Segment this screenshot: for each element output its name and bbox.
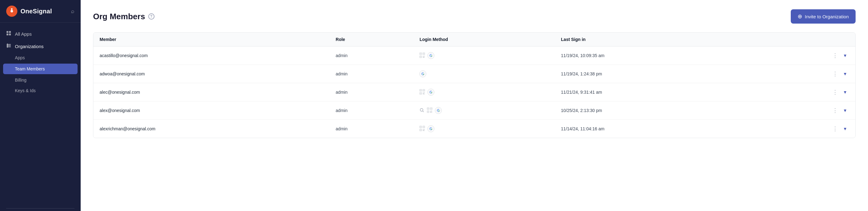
expand-button[interactable]: ▼ <box>841 88 849 96</box>
svg-point-33 <box>429 90 433 94</box>
svg-rect-29 <box>423 92 424 93</box>
col-login-method: Login Method <box>413 33 555 47</box>
svg-rect-39 <box>431 108 432 109</box>
sidebar-item-apps[interactable]: Apps <box>0 53 81 63</box>
svg-rect-6 <box>9 33 11 35</box>
table-row: adwoa@onesignal.comadmin 11/19/24, 1:24:… <box>93 65 855 83</box>
svg-rect-52 <box>420 130 421 130</box>
last-signin-cell: 10/25/24, 2:13:30 pm <box>555 101 748 120</box>
table-row: acastillo@onesignal.comadmin 11/19/24, 1… <box>93 47 855 65</box>
member-email: alexrichman@onesignal.com <box>100 126 155 131</box>
svg-rect-10 <box>7 43 8 48</box>
svg-rect-42 <box>430 111 431 111</box>
expand-button[interactable]: ▼ <box>841 107 849 114</box>
actions-cell: ⋮▼ <box>748 120 855 138</box>
svg-rect-37 <box>428 108 428 109</box>
expand-button[interactable]: ▼ <box>841 70 849 78</box>
svg-rect-56 <box>424 130 425 131</box>
more-options-button[interactable]: ⋮ <box>831 106 840 115</box>
all-apps-icon <box>6 31 11 37</box>
google-icon <box>428 52 434 59</box>
invite-button[interactable]: ⊕ Invite to Organization <box>791 9 856 24</box>
sidebar: OneSignal ⌕ All Apps <box>0 0 81 211</box>
page-title-row: Org Members ? <box>93 12 154 22</box>
member-email-cell: acastillo@onesignal.com <box>93 47 330 65</box>
plus-icon: ⊕ <box>798 13 802 20</box>
svg-rect-17 <box>423 56 424 57</box>
svg-rect-26 <box>424 90 424 91</box>
sidebar-item-billing[interactable]: Billing <box>0 75 81 85</box>
sidebar-item-label-all-apps: All Apps <box>15 31 32 37</box>
last-signin-cell: 11/14/24, 11:04:16 am <box>555 120 748 138</box>
member-email-cell: alexrichman@onesignal.com <box>93 120 330 138</box>
sidebar-item-label-keys-ids: Keys & Ids <box>15 88 36 93</box>
expand-button[interactable]: ▼ <box>841 125 849 132</box>
svg-point-2 <box>11 8 13 10</box>
password-icon <box>420 108 424 114</box>
col-last-signin: Last Sign in <box>555 33 748 47</box>
more-options-button[interactable]: ⋮ <box>831 69 840 79</box>
role-badge: admin <box>336 126 347 131</box>
member-email-cell: alec@onesignal.com <box>93 83 330 101</box>
sidebar-divider <box>6 208 74 209</box>
page-title: Org Members <box>93 12 145 22</box>
more-options-button[interactable]: ⋮ <box>831 124 840 133</box>
member-email-cell: adwoa@onesignal.com <box>93 65 330 83</box>
main-content: Org Members ? ⊕ Invite to Organization M… <box>81 0 868 211</box>
svg-rect-45 <box>432 112 432 113</box>
role-badge: admin <box>336 71 347 76</box>
svg-rect-32 <box>424 94 425 94</box>
member-email: adwoa@onesignal.com <box>100 71 145 76</box>
google-icon <box>428 89 434 96</box>
svg-point-1 <box>10 10 13 12</box>
google-icon <box>420 70 426 77</box>
members-table: Member Role Login Method Last Sign in ac… <box>93 33 855 138</box>
role-badge: admin <box>336 90 347 95</box>
svg-rect-24 <box>420 90 421 91</box>
actions-cell: ⋮▼ <box>748 65 855 83</box>
role-cell: admin <box>330 65 413 83</box>
sidebar-item-all-apps[interactable]: All Apps <box>0 28 81 40</box>
sidebar-item-team-members[interactable]: Team Members <box>3 64 78 74</box>
sub-nav: Apps Team Members Billing Keys & Ids <box>0 53 81 96</box>
member-email: alec@onesignal.com <box>100 90 140 95</box>
more-options-button[interactable]: ⋮ <box>831 88 840 97</box>
sidebar-item-label-billing: Billing <box>15 78 26 83</box>
search-icon[interactable]: ⌕ <box>71 8 74 14</box>
last-signin-value: 11/19/24, 10:09:35 am <box>561 53 604 58</box>
svg-rect-53 <box>423 129 424 130</box>
sidebar-item-keys-ids[interactable]: Keys & Ids <box>0 85 81 96</box>
svg-rect-54 <box>424 129 425 130</box>
last-signin-value: 10/25/24, 2:13:30 pm <box>561 108 602 113</box>
table-header-row: Member Role Login Method Last Sign in <box>93 33 855 47</box>
svg-rect-18 <box>424 56 425 57</box>
svg-rect-4 <box>9 31 11 33</box>
organizations-icon <box>6 43 11 49</box>
svg-rect-55 <box>423 130 424 131</box>
col-member: Member <box>93 33 330 47</box>
col-role: Role <box>330 33 413 47</box>
role-cell: admin <box>330 83 413 101</box>
expand-button[interactable]: ▼ <box>841 52 849 59</box>
sidebar-header: OneSignal ⌕ <box>0 0 81 23</box>
table-row: alex@onesignal.comadmin 10/25/24, 2:13:3… <box>93 101 855 120</box>
actions-cell: ⋮▼ <box>748 47 855 65</box>
svg-rect-20 <box>424 57 425 58</box>
more-options-button[interactable]: ⋮ <box>831 51 840 60</box>
role-badge: admin <box>336 53 347 58</box>
logo-icon <box>6 6 18 17</box>
logo[interactable]: OneSignal <box>6 6 52 17</box>
svg-rect-43 <box>431 111 432 111</box>
last-signin-value: 11/19/24, 1:24:38 pm <box>561 71 602 76</box>
svg-rect-19 <box>423 57 424 58</box>
svg-rect-28 <box>420 93 421 94</box>
invite-button-label: Invite to Organization <box>805 14 849 19</box>
login-method-cell <box>413 120 555 138</box>
sidebar-nav: All Apps Organizations Apps Team Members <box>0 23 81 206</box>
member-email-cell: alex@onesignal.com <box>93 101 330 120</box>
col-actions <box>748 33 855 47</box>
svg-rect-16 <box>420 57 421 57</box>
help-icon[interactable]: ? <box>148 13 154 20</box>
actions-cell: ⋮▼ <box>748 83 855 101</box>
sidebar-item-organizations[interactable]: Organizations <box>0 40 81 53</box>
